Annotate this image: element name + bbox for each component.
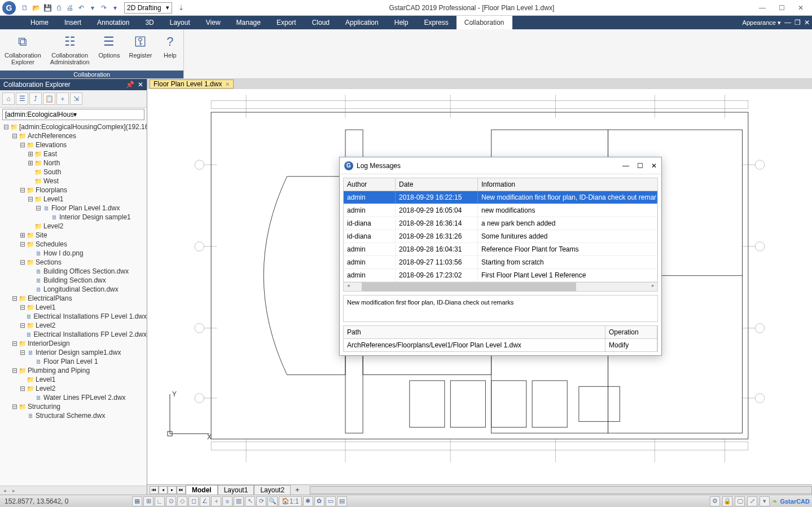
tree-item[interactable]: 🗎Longitudinal Section.dwx [0,285,147,294]
menu-3d[interactable]: 3D [137,16,161,29]
tree-toggle[interactable]: ⊟ [19,303,25,311]
tree-item[interactable]: ⊟📁Level1 [0,195,147,204]
tree-item[interactable]: 🗎Building Offices Section.dwx [0,267,147,276]
close-button[interactable]: ✕ [796,3,805,12]
chevron-down-icon[interactable]: ▾ [73,111,142,118]
lwt-icon[interactable]: ≡ [222,496,232,506]
menu-collaboration[interactable]: Collaboration [457,16,512,29]
col-path[interactable]: Path [344,326,605,338]
menu-express[interactable]: Express [416,16,456,29]
layout-next-icon[interactable]: ▸ [168,486,177,494]
tree-toggle[interactable]: ⊟ [11,340,17,347]
dialog-minimize-icon[interactable]: — [622,162,629,170]
tree-item[interactable]: ⊞📁East [0,149,147,158]
menu-help[interactable]: Help [387,16,416,29]
dyn-icon[interactable]: ＋ [211,496,221,506]
ribbon-options[interactable]: ☰Options [94,32,125,70]
menu-manage[interactable]: Manage [229,16,269,29]
tree-item[interactable]: ⊟🗎Interior Design sample1.dwx [0,348,147,357]
canvas-hscrollbar[interactable] [310,486,812,494]
tree-item[interactable]: 📁Level1 [0,375,147,384]
tree-item[interactable]: 🗎How I do.png [0,249,147,258]
model-icon[interactable]: ▭ [326,496,336,506]
undo-icon[interactable]: ↶ [77,3,86,12]
tree-item[interactable]: ⊟🗎Floor Plan Level 1.dwx [0,204,147,213]
cycle-icon[interactable]: ⟳ [256,496,266,506]
tree-item[interactable]: ⊟📁[admin:EcologicalHousingComplex](192.1… [0,122,147,131]
log-row[interactable]: id-diana2018-09-28 16:36:14a new park be… [344,217,657,230]
undo-dropdown-icon[interactable]: ▾ [88,3,97,12]
tree-toggle[interactable]: ⊟ [19,321,25,329]
layout-last-icon[interactable]: ⏭ [177,486,186,494]
magnify-icon[interactable]: 🔍 [267,496,278,506]
menu-insert[interactable]: Insert [56,16,89,29]
redo-icon[interactable]: ↷ [99,3,108,12]
tree-item[interactable]: ⊟📁Level1 [0,303,147,312]
menu-application[interactable]: Application [337,16,387,29]
menu-cloud[interactable]: Cloud [304,16,337,29]
tree-item[interactable]: ⊟📁Structuring [0,402,147,411]
tree-item[interactable]: 📁South [0,167,147,177]
minimize-button[interactable]: — [758,3,767,12]
panel-close-icon[interactable]: ✕ [138,81,143,89]
tree-item[interactable]: 🗎Floor Plan Level 1 [0,357,147,366]
pin-icon[interactable]: 📌 [126,81,134,89]
log-row[interactable]: admin2018-09-29 16:05:04new modification… [344,204,657,217]
qat-overflow-icon[interactable]: ⇣ [177,3,186,12]
layout-tab-layout1[interactable]: Layout1 [218,485,254,495]
tree-item[interactable]: ⊟📁InteriorDesign [0,339,147,348]
annovis-icon[interactable]: ✿ [314,496,324,506]
tree-toggle[interactable]: ⊟ [11,132,17,140]
col-author[interactable]: Author [344,178,396,191]
transparency-icon[interactable]: ▥ [234,496,244,506]
tree-item[interactable]: 📁West [0,177,147,186]
path-row[interactable]: ArchReferences/Floorplans/Level1/Floor P… [344,339,657,351]
tree-toggle[interactable]: ⊟ [19,385,25,393]
tree-toggle[interactable]: ⊞ [19,231,25,239]
layout-icon[interactable]: ▤ [337,496,347,506]
log-row[interactable]: admin2018-09-29 16:22:15New modification… [344,191,657,204]
doc-close-icon[interactable]: ✕ [804,19,810,27]
tree-toggle[interactable]: ⊞ [27,150,33,158]
tree-item[interactable]: ⊟📁ElectricalPlans [0,294,147,303]
lock-icon[interactable]: 🔒 [722,496,732,506]
annoscale-icon[interactable]: ✱ [303,496,313,506]
menu-view[interactable]: View [198,16,229,29]
saveall-icon[interactable]: ⎙ [54,3,63,12]
tree-item[interactable]: 🗎Water Lines FPLevel 2.dwx [0,393,147,402]
tree-item[interactable]: ⊞📁North [0,158,147,167]
cursor-icon[interactable]: ↖ [245,496,255,506]
ribbon-collaboration[interactable]: ⧉CollaborationExplorer [0,32,46,70]
open-icon[interactable]: 📂 [32,3,41,12]
tree-item[interactable]: ⊟📁Elevations [0,140,147,149]
ribbon-help[interactable]: ?Help [156,32,183,70]
log-icon[interactable]: 📋 [43,92,55,105]
doc-restore-icon[interactable]: ❐ [795,19,801,27]
iso-icon[interactable]: ◇ [177,496,187,506]
redo-dropdown-icon[interactable]: ▾ [111,3,120,12]
col-info[interactable]: Information [478,178,657,191]
tree-toggle[interactable]: ⊟ [35,204,41,212]
tray-icon[interactable]: ▾ [760,496,770,506]
layout-prev-icon[interactable]: ◂ [159,486,168,494]
menu-home[interactable]: Home [23,16,56,29]
tree-toggle[interactable]: ⊟ [3,123,9,131]
workspace-selector[interactable]: 2D Drafting [124,2,172,14]
tree-item[interactable]: ⊟📁Plumbing and Piping [0,366,147,375]
doc-minimize-icon[interactable]: — [784,19,791,27]
tree-item[interactable]: ⊟📁Sections [0,258,147,267]
add-icon[interactable]: ＋ [56,92,69,105]
layout-first-icon[interactable]: ⏮ [150,486,159,494]
panel-breadcrumb[interactable]: [admin:EcologicalHousingComplex](192.168… [2,109,144,120]
tree-toggle[interactable]: ⊟ [19,141,25,149]
ortho-icon[interactable]: ∟ [155,496,165,506]
tree-toggle[interactable]: ⊟ [19,349,25,356]
maximize-button[interactable]: ☐ [777,3,786,12]
tree-item[interactable]: ⊟📁ArchReferences [0,131,147,140]
grid-icon[interactable]: ▦ [132,496,142,506]
document-tab[interactable]: Floor Plan Level 1.dwx ✕ [150,80,234,89]
layout-tab-layout2[interactable]: Layout2 [254,485,291,495]
tree-item[interactable]: ⊟📁Floorplans [0,186,147,195]
log-row[interactable]: admin2018-09-27 11:03:56Starting from sc… [344,256,657,269]
drawing-canvas[interactable]: Y X G Log Messages — ☐ ✕ [147,89,812,484]
